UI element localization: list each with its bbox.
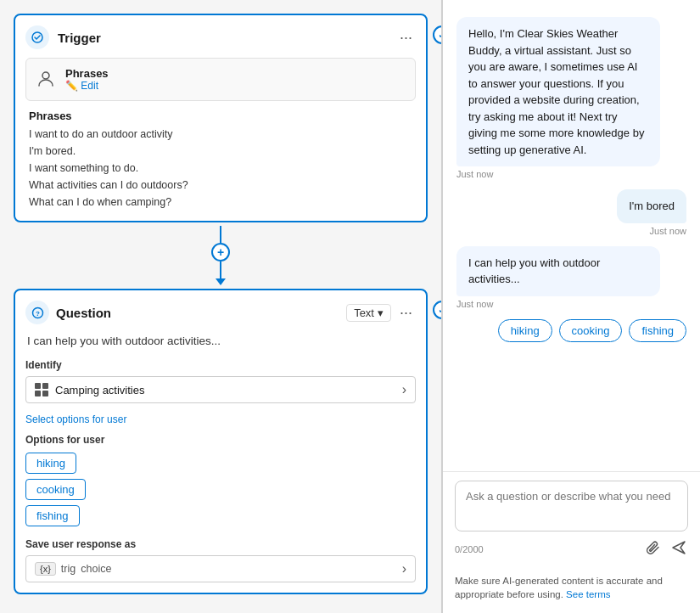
chat-option-button[interactable]: hiking	[498, 319, 552, 342]
chat-group-3: I can help you with outdoor activities..…	[456, 246, 686, 309]
chevron-right-icon-2: ›	[402, 561, 406, 576]
svg-text:?: ?	[36, 310, 40, 318]
phrases-subcard-content: Phrases ✏️ Edit	[65, 67, 109, 92]
var-badge: {x}	[35, 562, 56, 576]
send-button[interactable]	[669, 538, 688, 560]
question-title: Question	[56, 306, 111, 320]
save-response-left: {x} trig choice	[35, 562, 111, 576]
chat-group-2: I'm bored Just now	[456, 189, 686, 236]
chat-area: Hello, I'm Clear Skies Weather Buddy, a …	[443, 0, 700, 471]
question-menu-button[interactable]: ···	[396, 304, 416, 322]
chat-input[interactable]	[455, 481, 688, 531]
message-preview: I can help you with outdoor activities..…	[25, 335, 416, 347]
connector-line-1	[220, 226, 221, 243]
option-tag[interactable]: hiking	[25, 453, 76, 474]
chat-option-button[interactable]: cooking	[559, 319, 623, 342]
var-trig: trig	[61, 563, 76, 575]
phrases-list-title: Phrases	[29, 110, 412, 122]
phrase-item: What can I do when camping?	[29, 194, 412, 211]
trigger-check-badge: ✓	[433, 25, 441, 44]
phrase-item: I want something to do.	[29, 160, 412, 177]
var-prefix: {x}	[40, 564, 51, 574]
chevron-down-icon: ▾	[378, 306, 384, 319]
phrase-lines: I want to do an outdoor activityI'm bore…	[29, 126, 412, 211]
phrases-content: Phrases I want to do an outdoor activity…	[25, 110, 416, 211]
chat-group-1: Hello, I'm Clear Skies Weather Buddy, a …	[456, 17, 686, 179]
save-response-label: Save user response as	[25, 538, 416, 550]
save-response-row[interactable]: {x} trig choice ›	[25, 555, 416, 582]
disclaimer-text: Make sure AI-generated content is accura…	[455, 576, 663, 599]
question-header-left: ? Question	[25, 301, 111, 324]
disclaimer-link[interactable]: See terms	[566, 589, 610, 599]
question-card: ? Question Text ▾ ··· ✓ I can help you w…	[14, 289, 428, 594]
add-step-button[interactable]: +	[211, 243, 230, 262]
person-icon	[36, 70, 57, 90]
options-label: Options for user	[25, 434, 416, 446]
connector-arrow	[216, 278, 226, 285]
phrases-subcard-label: Phrases	[65, 67, 109, 80]
edit-icon: ✏️	[65, 80, 81, 92]
camping-activities-row[interactable]: Camping activities ›	[25, 376, 416, 403]
options-tags: hikingcookingfishing	[25, 453, 416, 526]
var-name: choice	[81, 563, 111, 575]
connector-line-2	[220, 262, 221, 278]
chat-disclaimer: Make sure AI-generated content is accura…	[443, 569, 700, 613]
timestamp-2: Just now	[650, 226, 686, 236]
identify-value: Camping activities	[55, 384, 145, 396]
timestamp-3: Just now	[456, 299, 493, 309]
option-tag[interactable]: fishing	[25, 505, 80, 526]
chat-actions	[644, 538, 688, 560]
question-check-badge: ✓	[433, 301, 441, 319]
connector-1: +	[14, 222, 428, 289]
right-panel: Hello, I'm Clear Skies Weather Buddy, a …	[443, 0, 700, 613]
bot-message-2: I can help you with outdoor activities..…	[456, 246, 660, 296]
trigger-card-header: Trigger ···	[25, 25, 416, 49]
identify-label: Identify	[25, 359, 416, 371]
question-header: ? Question Text ▾ ···	[25, 301, 416, 324]
phrases-subcard: Phrases ✏️ Edit	[25, 58, 416, 101]
left-panel: Trigger ··· Phrases ✏️ Edit Phrases	[0, 0, 441, 613]
trigger-title: Trigger	[58, 31, 101, 45]
trigger-menu-button[interactable]: ···	[396, 29, 416, 47]
chevron-right-icon: ›	[402, 382, 406, 397]
phrase-item: What activities can I do outdoors?	[29, 177, 412, 194]
type-dropdown[interactable]: Text ▾	[346, 304, 391, 322]
grid-icon	[35, 383, 48, 396]
user-message-1: I'm bored	[617, 189, 686, 223]
question-header-right: Text ▾ ···	[346, 304, 416, 322]
select-options-link[interactable]: Select options for user	[25, 413, 416, 425]
bot-message-1: Hello, I'm Clear Skies Weather Buddy, a …	[456, 17, 660, 166]
trigger-icon	[25, 25, 49, 49]
trigger-header-right: ···	[396, 29, 416, 47]
trigger-header-left: Trigger	[25, 25, 101, 49]
attachment-button[interactable]	[644, 538, 663, 560]
char-count: 0/2000	[455, 544, 484, 554]
trigger-card: Trigger ··· Phrases ✏️ Edit Phrases	[14, 14, 428, 222]
chat-input-footer: 0/2000	[455, 538, 688, 560]
camping-left: Camping activities	[35, 383, 145, 396]
edit-link[interactable]: ✏️ Edit	[65, 80, 109, 92]
svg-point-1	[42, 72, 49, 79]
timestamp-1: Just now	[456, 169, 493, 179]
option-tag[interactable]: cooking	[25, 479, 86, 500]
question-icon: ?	[25, 301, 49, 324]
phrase-item: I'm bored.	[29, 143, 412, 160]
chat-input-area: 0/2000	[443, 471, 700, 569]
chat-option-button[interactable]: fishing	[629, 319, 686, 342]
type-label: Text	[354, 306, 374, 319]
chat-options-row: hikingcookingfishing	[498, 319, 686, 342]
phrase-item: I want to do an outdoor activity	[29, 126, 412, 143]
